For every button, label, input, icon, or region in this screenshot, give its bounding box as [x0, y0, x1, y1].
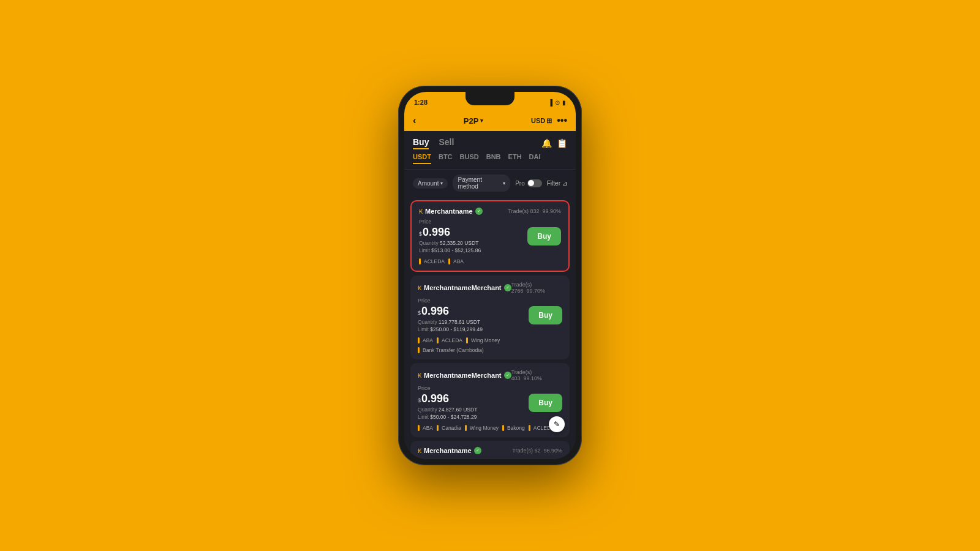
- card-1-number: 0.996: [423, 226, 450, 239]
- pro-toggle[interactable]: Pro: [515, 179, 542, 187]
- merchant-3-name: MerchantnameMerchant: [424, 372, 502, 379]
- amount-filter-label: Amount: [418, 180, 439, 187]
- card-3-header: ₭ MerchantnameMerchant ✓ Trade(s) 403 99…: [418, 369, 562, 381]
- merchant-4-stats: Trade(s) 62 96.90%: [512, 448, 562, 454]
- merchant-4-verified: ✓: [474, 447, 481, 454]
- card-1-price-section: Price $ 0.996 Quantity 52,335.20 USDT Li…: [419, 219, 561, 253]
- card-2-header: ₭ MerchantnameMerchant ✓ Trade(s) 2766 9…: [418, 282, 562, 294]
- signal-icon: ▐: [548, 99, 552, 106]
- crypto-tab-usdt[interactable]: USDT: [413, 153, 431, 164]
- filter-label: Filter: [547, 180, 560, 187]
- nav-right-area: USD ⊞ •••: [531, 115, 567, 126]
- card-2-price-label: Price: [418, 298, 529, 304]
- card-1-tags: ACLEDA ABA: [419, 258, 561, 264]
- merchant-4-icon: ₭: [418, 448, 421, 454]
- listing-card-2: ₭ MerchantnameMerchant ✓ Trade(s) 2766 9…: [410, 276, 570, 359]
- nav-dropdown-icon: ▾: [480, 118, 483, 124]
- pro-label: Pro: [515, 180, 525, 187]
- card-3-number: 0.996: [421, 392, 449, 405]
- status-time: 1:28: [414, 99, 428, 106]
- card-2-price-value: $ 0.996: [418, 305, 529, 318]
- card-1-price-label: Price: [419, 219, 527, 225]
- payment-method-label: Payment method: [458, 176, 501, 190]
- card-1-price-value: $ 0.996: [419, 226, 527, 239]
- card-3-quantity: Quantity 24,827.60 USDT: [418, 407, 529, 413]
- merchant-2-stats: Trade(s) 2766 99.70%: [511, 282, 562, 294]
- filter-button[interactable]: Filter ⊿: [547, 180, 567, 187]
- notification-icon[interactable]: 🔔: [541, 138, 552, 148]
- card-2-price-section: Price $ 0.996 Quantity 119,778.61 USDT L…: [418, 298, 562, 332]
- nav-title-area[interactable]: P2P ▾: [464, 116, 484, 126]
- nav-title: P2P: [464, 116, 479, 126]
- filter-icon: ⊿: [562, 180, 567, 187]
- buy-button-1[interactable]: Buy: [527, 227, 561, 246]
- merchant-1-icon: ₭: [419, 208, 423, 215]
- merchant-1-stats: Trade(s) 832 99.90%: [508, 208, 561, 214]
- payment-method-filter[interactable]: Payment method ▾: [453, 174, 510, 192]
- card-1-limit: Limit $513.00 - $52,125.86: [419, 247, 527, 253]
- edit-fab-button[interactable]: ✎: [549, 416, 565, 432]
- card-3-price-section: Price $ 0.996 Quantity 24,827.60 USDT Li…: [418, 385, 562, 420]
- phone-screen: 1:28 ▐ ⊙ ▮ ‹ P2P ▾ USD ⊞ •••: [404, 92, 576, 459]
- crypto-tab-busd[interactable]: BUSD: [460, 153, 479, 164]
- status-icons: ▐ ⊙ ▮: [548, 99, 566, 106]
- merchant-2-name: MerchantnameMerchant: [424, 284, 502, 291]
- merchant-2-icon: ₭: [418, 285, 421, 291]
- card-1-price-left: Price $ 0.996 Quantity 52,335.20 USDT Li…: [419, 219, 527, 253]
- crypto-tab-bnb[interactable]: BNB: [486, 153, 501, 164]
- tag-aba-2: ABA: [418, 337, 433, 343]
- merchant-1-name: Merchantname: [425, 208, 473, 215]
- card-1-quantity: Quantity 52,335.20 USDT: [419, 240, 527, 246]
- app-body: Buy Sell 🔔 📋 USDT BTC BUSD BNB ETH DAI: [404, 131, 576, 459]
- crypto-tab-eth[interactable]: ETH: [508, 153, 522, 164]
- filter-row: Amount ▾ Payment method ▾ Pro Filter ⊿: [404, 170, 576, 197]
- card-2-quantity: Quantity 119,778.61 USDT: [418, 319, 529, 325]
- card-2-currency: $: [418, 310, 421, 316]
- phone-frame: 1:28 ▐ ⊙ ▮ ‹ P2P ▾ USD ⊞ •••: [398, 86, 582, 465]
- merchant-3-info: ₭ MerchantnameMerchant ✓: [418, 372, 511, 379]
- tag-aba-1: ABA: [448, 258, 464, 264]
- card-3-tags: ABA Canadia Wing Money Bakong ACLEDA: [418, 425, 562, 431]
- listing-card-4-partial: ₭ Merchantname ✓ Trade(s) 62 96.90%: [410, 441, 570, 459]
- card-2-tags: ABA ACLEDA Wing Money Bank Transfer (Cam…: [418, 337, 562, 353]
- merchant-3-verified: ✓: [504, 372, 511, 379]
- tag-wing-2: Wing Money: [466, 337, 500, 343]
- listing-card-1: ₭ Merchantname ✓ Trade(s) 832 99.90% Pri…: [410, 200, 570, 272]
- currency-icon: ⊞: [546, 117, 552, 125]
- tag-aba-3: ABA: [418, 425, 433, 431]
- listing-card-3: ₭ MerchantnameMerchant ✓ Trade(s) 403 99…: [410, 363, 570, 437]
- tag-acleda-2: ACLEDA: [437, 337, 462, 343]
- card-1-header: ₭ Merchantname ✓ Trade(s) 832 99.90%: [419, 208, 561, 215]
- buy-button-2[interactable]: Buy: [529, 306, 562, 324]
- merchant-1-info: ₭ Merchantname ✓: [419, 208, 483, 215]
- card-3-limit: Limit $50.00 - $24,728.29: [418, 414, 529, 420]
- merchant-3-stats: Trade(s) 403 99.10%: [511, 369, 562, 381]
- buy-tab[interactable]: Buy: [413, 137, 429, 149]
- crypto-tab-btc[interactable]: BTC: [439, 153, 453, 164]
- card-1-currency: $: [419, 231, 422, 237]
- buy-sell-row: Buy Sell 🔔 📋: [404, 131, 576, 153]
- history-icon[interactable]: 📋: [557, 138, 567, 148]
- merchant-1-verified: ✓: [475, 208, 483, 215]
- back-button[interactable]: ‹: [413, 115, 416, 126]
- card-3-currency: $: [418, 397, 421, 403]
- tag-bank-2: Bank Transfer (Cambodia): [418, 347, 484, 353]
- sell-tab[interactable]: Sell: [439, 137, 454, 149]
- crypto-tab-dai[interactable]: DAI: [529, 153, 541, 164]
- currency-label: USD: [531, 117, 545, 124]
- tag-bakong-3: Bakong: [502, 425, 525, 431]
- notch: [466, 92, 514, 105]
- crypto-tabs: USDT BTC BUSD BNB ETH DAI: [404, 153, 576, 170]
- buy-sell-tabs: Buy Sell: [413, 137, 454, 149]
- header-icons: 🔔 📋: [541, 138, 567, 148]
- wifi-icon: ⊙: [555, 99, 560, 106]
- buy-button-3[interactable]: Buy: [529, 394, 562, 412]
- pro-toggle-switch[interactable]: [527, 179, 542, 187]
- more-options-button[interactable]: •••: [557, 115, 567, 126]
- card-3-price-label: Price: [418, 385, 529, 391]
- amount-filter[interactable]: Amount ▾: [413, 178, 448, 189]
- battery-icon: ▮: [562, 99, 566, 106]
- merchant-2-verified: ✓: [504, 284, 511, 291]
- payment-filter-arrow: ▾: [503, 181, 505, 186]
- currency-selector[interactable]: USD ⊞: [531, 117, 552, 125]
